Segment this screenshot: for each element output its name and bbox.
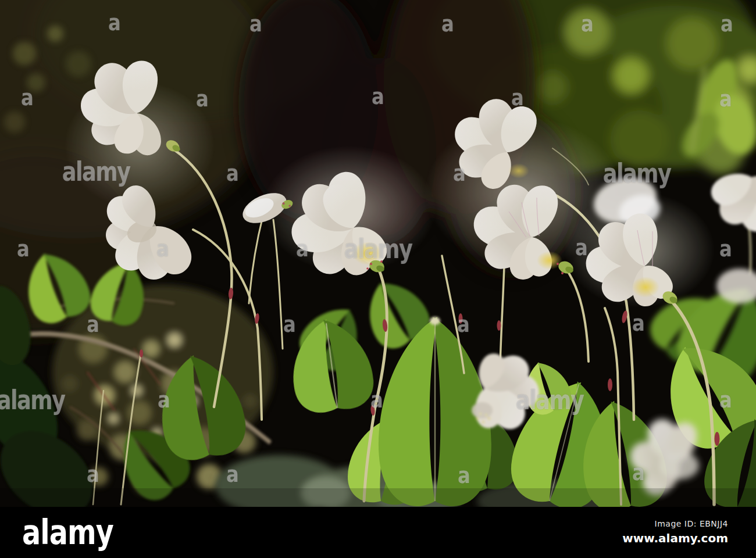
wood-sorrel-photo — [0, 0, 756, 507]
photo-area: alamyalamyalamyalamyalamyaaaaaaaaaaaaaaa… — [0, 0, 756, 507]
footer-bar: alamy Image ID: EBNJJ4 www.alamy.com — [0, 507, 756, 558]
image-id-text: Image ID: EBNJJ4 — [622, 519, 728, 530]
stock-photo-page: alamyalamyalamyalamyalamyaaaaaaaaaaaaaaa… — [0, 0, 756, 558]
alamy-url-text: www.alamy.com — [622, 531, 728, 546]
alamy-logo: alamy — [22, 516, 113, 549]
image-meta: Image ID: EBNJJ4 www.alamy.com — [622, 519, 728, 546]
